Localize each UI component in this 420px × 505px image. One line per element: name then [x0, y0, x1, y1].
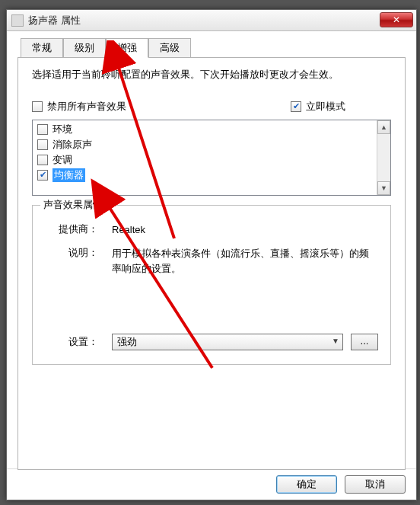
ok-button[interactable]: 确定: [276, 475, 337, 494]
effect-checkbox-pitch[interactable]: [37, 155, 48, 165]
immediate-mode-checkbox[interactable]: [291, 101, 301, 112]
effect-checkbox-equalizer[interactable]: [37, 170, 48, 181]
description-text: 选择适用于当前聆听配置的声音效果。下次开始播放时更改才会生效。: [32, 67, 391, 83]
effects-list: 环境 消除原声 变调 均衡器 ▲: [32, 120, 391, 196]
effect-checkbox-environment[interactable]: [37, 124, 48, 135]
effect-label: 消除原声: [52, 138, 92, 152]
tab-levels[interactable]: 级别: [63, 38, 106, 58]
group-title: 声音效果属性: [40, 198, 106, 212]
effects-scrollbar[interactable]: ▲ ▼: [377, 120, 390, 195]
tab-page-enhancements: 选择适用于当前聆听配置的声音效果。下次开始播放时更改才会生效。 禁用所有声音效果…: [18, 57, 406, 470]
effect-label: 均衡器: [52, 168, 85, 182]
effect-item-environment[interactable]: 环境: [33, 122, 377, 137]
effect-checkbox-voice-cancel[interactable]: [37, 139, 48, 150]
description-value: 用于模拟各种表演条件（如流行乐、直播、摇滚乐等）的频率响应的设置。: [112, 246, 378, 278]
effect-label: 环境: [52, 123, 72, 136]
tab-general[interactable]: 常规: [21, 38, 63, 58]
immediate-mode-label: 立即模式: [306, 100, 345, 113]
setting-dropdown[interactable]: 强劲 ▼: [112, 334, 343, 350]
chevron-down-icon: ▼: [332, 337, 339, 345]
tab-advanced[interactable]: 高级: [148, 38, 191, 58]
titlebar: 扬声器 属性 ✕: [7, 10, 416, 31]
disable-all-label: 禁用所有声音效果: [47, 100, 126, 113]
description-label: 说明：: [45, 246, 98, 278]
app-icon: [11, 14, 24, 27]
disable-all-checkbox[interactable]: [32, 101, 43, 112]
provider-value: Realtek: [112, 222, 378, 238]
tab-enhancements[interactable]: 增强: [106, 38, 148, 58]
provider-label: 提供商：: [45, 222, 98, 238]
effect-item-voice-cancel[interactable]: 消除原声: [33, 137, 377, 152]
effect-label: 变调: [52, 153, 72, 167]
effect-item-equalizer[interactable]: 均衡器: [33, 168, 377, 183]
tab-bar: 常规 级别 增强 高级: [21, 37, 406, 57]
dialog-footer: 确定 取消: [7, 468, 416, 494]
setting-value: 强劲: [117, 335, 137, 349]
more-settings-button[interactable]: ...: [351, 334, 378, 350]
setting-label: 设置：: [45, 335, 98, 349]
scroll-up-button[interactable]: ▲: [377, 120, 390, 134]
effect-item-pitch[interactable]: 变调: [33, 152, 377, 168]
close-button[interactable]: ✕: [380, 12, 413, 27]
window-title: 扬声器 属性: [28, 14, 81, 27]
scroll-down-button[interactable]: ▼: [377, 181, 390, 195]
effect-properties-group: 声音效果属性 提供商： Realtek 说明： 用于模拟各种表演条件（如流行乐、…: [32, 205, 391, 365]
cancel-button[interactable]: 取消: [345, 475, 406, 494]
